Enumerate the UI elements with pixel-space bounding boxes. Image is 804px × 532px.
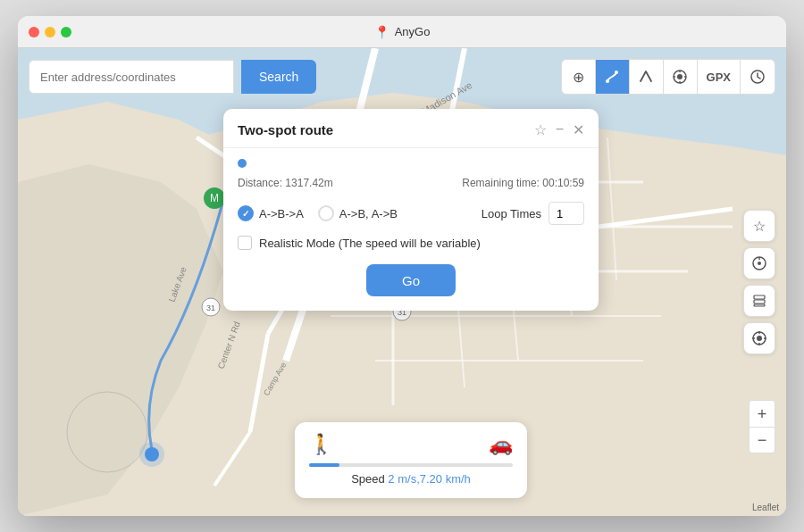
- dialog-info-row: Distance: 1317.42m Remaining time: 00:10…: [238, 177, 584, 189]
- search-input[interactable]: [29, 60, 234, 94]
- realistic-mode-option[interactable]: Realistic Mode (The speed will be variab…: [238, 236, 584, 250]
- favorite-icon[interactable]: ☆: [534, 121, 547, 138]
- speed-slider-track: [309, 463, 513, 467]
- go-button[interactable]: Go: [366, 264, 456, 296]
- loop-times: Loop Times: [482, 202, 584, 225]
- minimize-button[interactable]: [45, 27, 55, 37]
- favorites-button[interactable]: ☆: [743, 210, 775, 242]
- walk-icon: 🚶: [309, 433, 333, 456]
- svg-rect-51: [754, 295, 765, 299]
- map-tool-group: ⊕: [561, 59, 775, 95]
- zoom-controls: + −: [749, 400, 775, 453]
- realistic-mode-checkbox[interactable]: [238, 236, 252, 250]
- app-title-bar: 📍 AnyGo: [374, 25, 431, 39]
- radio-a-b-a[interactable]: [238, 205, 254, 221]
- svg-rect-53: [754, 304, 765, 306]
- svg-point-41: [677, 74, 683, 79]
- loop-times-input[interactable]: [549, 202, 584, 225]
- speed-icons-row: 🚶 🚗: [309, 433, 513, 456]
- gpx-button[interactable]: GPX: [698, 60, 741, 94]
- zoom-in-button[interactable]: +: [749, 400, 775, 427]
- option-a-b-a[interactable]: A->B->A: [238, 205, 304, 221]
- speed-panel: 🚶 🚗 Speed 2 m/s,7.20 km/h: [295, 422, 527, 498]
- joystick-button[interactable]: [664, 60, 698, 94]
- svg-text:M: M: [210, 192, 219, 204]
- close-button[interactable]: [29, 27, 39, 37]
- toolbar: Search ⊕: [29, 59, 775, 95]
- title-pin-icon: 📍: [374, 25, 389, 39]
- speed-slider-wrapper[interactable]: [309, 463, 513, 467]
- zoom-out-button[interactable]: −: [749, 427, 775, 453]
- svg-point-55: [757, 336, 762, 341]
- map-container[interactable]: Madison Ave Black Pt... Lake Ave Center …: [18, 48, 786, 516]
- distance-label: Distance: 1317.42m: [238, 177, 333, 189]
- route-options: A->B->A A->B, A->B Loop Times: [238, 202, 584, 225]
- route-dialog: Two-spot route ☆ − ✕ Distance: 1317.42m …: [223, 109, 599, 311]
- speed-slider-fill: [309, 463, 339, 467]
- speed-value: 2 m/s,7.20 km/h: [388, 472, 470, 486]
- location-dot: [238, 159, 247, 168]
- svg-point-40: [615, 71, 618, 74]
- dialog-body: Distance: 1317.42m Remaining time: 00:10…: [223, 148, 599, 311]
- option-a-b[interactable]: A->B, A->B: [318, 205, 398, 221]
- crosshair-button[interactable]: ⊕: [562, 60, 596, 94]
- search-button[interactable]: Search: [241, 60, 316, 94]
- location-button[interactable]: [743, 322, 775, 354]
- dialog-header-icons: ☆ − ✕: [534, 121, 584, 138]
- multi-route-button[interactable]: [630, 60, 664, 94]
- remaining-label: Remaining time: 00:10:59: [462, 177, 584, 189]
- fullscreen-button[interactable]: [61, 27, 71, 37]
- svg-rect-52: [754, 300, 765, 303]
- leaflet-attribution: Leaflet: [752, 503, 779, 512]
- dialog-header: Two-spot route ☆ − ✕: [223, 109, 599, 148]
- compass-button[interactable]: [743, 247, 775, 279]
- car-icon: 🚗: [489, 433, 513, 456]
- traffic-lights: [29, 27, 71, 37]
- route-button[interactable]: [596, 60, 630, 94]
- svg-point-33: [139, 442, 164, 467]
- layers-button[interactable]: [743, 285, 775, 317]
- dialog-title: Two-spot route: [238, 122, 534, 137]
- history-button[interactable]: [741, 60, 775, 94]
- radio-a-b[interactable]: [318, 205, 334, 221]
- title-bar: 📍 AnyGo: [18, 16, 786, 48]
- svg-text:31: 31: [206, 303, 215, 312]
- speed-text: Speed 2 m/s,7.20 km/h: [309, 472, 513, 486]
- right-sidebar: ☆: [743, 210, 775, 354]
- close-icon[interactable]: ✕: [573, 121, 584, 138]
- minimize-icon[interactable]: −: [556, 121, 564, 138]
- app-window: 📍 AnyGo: [18, 16, 786, 516]
- svg-point-49: [758, 262, 761, 265]
- app-title: AnyGo: [395, 25, 431, 38]
- svg-point-39: [606, 79, 609, 83]
